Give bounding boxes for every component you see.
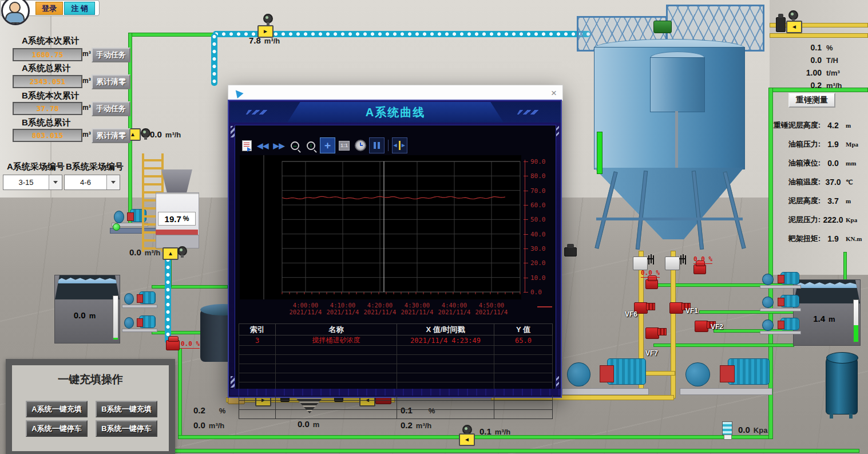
control-valve-vf2-icon[interactable] (695, 321, 708, 332)
stat-label: B系统总累计 (22, 117, 71, 128)
hh-unit: m (846, 198, 867, 204)
flow-value: 0.0 (298, 419, 310, 429)
y-tick (524, 263, 528, 263)
table-row[interactable]: 3 搅拌桶进砂浓度 2021/11/4 4:23:49 65.0 (239, 335, 553, 346)
flow-unit: m (313, 420, 320, 429)
table-row-empty[interactable] (239, 346, 553, 355)
flow-value: 0.0 (193, 420, 205, 430)
manual-valve-icon[interactable] (665, 256, 680, 270)
mixer-out-flow-readout: 0.0 m³/h (129, 247, 160, 257)
water-surface (58, 277, 117, 284)
y-tick-label: 60.0 (530, 202, 546, 209)
cell-empty (276, 346, 397, 355)
scroll-forward-button[interactable]: ▶▶ (272, 138, 286, 153)
zoom-x-button[interactable]: ↔ (288, 138, 302, 153)
pipe-green (128, 33, 216, 37)
y-tick-label: 90.0 (530, 158, 546, 165)
scada-main-screen: 19.7 % 0.0 m 1.4 m ► ▲ (0, 0, 868, 454)
table-row-empty[interactable] (239, 364, 553, 373)
control-valve-vf7-icon[interactable] (645, 327, 659, 339)
red-valve-icon[interactable] (166, 340, 180, 350)
site-b-select[interactable]: 4-6 (64, 175, 120, 190)
hh-unit: m (846, 122, 867, 129)
manual-task-button-b[interactable]: 手动任务 (92, 101, 130, 116)
cell-name: 搅拌桶进砂浓度 (276, 335, 397, 346)
manual-valve-icon[interactable] (633, 256, 648, 270)
cell-index: 3 (239, 335, 276, 346)
flow-sensor-icon[interactable]: ◄ (786, 21, 802, 33)
reset-total-button-a[interactable]: 累计清零 (92, 74, 130, 89)
bl-flow-readout: 0.0 m³/h (193, 420, 224, 430)
red-valve-icon[interactable] (645, 279, 658, 289)
chevron-down-icon[interactable] (49, 175, 62, 190)
logout-button[interactable]: 注 销 (64, 2, 95, 15)
y-axis: 90.080.070.060.050.040.030.020.010.00.0 (524, 155, 554, 305)
b-one-key-stop-button[interactable]: B系统一键停车 (96, 420, 157, 437)
scroll-back-button[interactable]: ◀◀ (256, 138, 270, 153)
cursor-tool-button[interactable] (392, 137, 407, 153)
close-icon[interactable]: × (551, 88, 557, 98)
bottom-decor-strip (230, 389, 561, 396)
y-tick-label: 10.0 (530, 274, 546, 282)
login-button[interactable]: 登录 (35, 2, 63, 15)
b-one-key-fill-button[interactable]: B系统一键充填 (96, 401, 157, 417)
pressure-readout: 0.0 Kpa (738, 425, 767, 435)
table-row-empty[interactable] (239, 355, 553, 364)
return-pump-3[interactable] (760, 316, 800, 334)
density-sensor-icon[interactable] (776, 17, 786, 32)
return-pump-2[interactable] (760, 293, 800, 311)
export-report-button[interactable] (240, 138, 254, 153)
hh-value: 222.0 (821, 215, 846, 224)
y-tick-label: 0.0 (530, 289, 542, 296)
valve-open-pct: 0.0 % (641, 269, 660, 278)
flow-sensor-icon[interactable]: ▲ (162, 247, 179, 260)
table-row-empty[interactable] (239, 410, 553, 419)
hh-unit: mm (846, 160, 867, 167)
table-row-empty[interactable] (239, 401, 553, 410)
return-pump-1[interactable] (760, 270, 800, 289)
trend-plot[interactable] (240, 155, 521, 299)
tr-unit: m³/h (826, 81, 842, 90)
pressure-sensor-icon[interactable] (722, 421, 732, 435)
flow-sensor-icon[interactable]: ◄ (459, 433, 475, 446)
stat-value-box: 37.78 (13, 102, 82, 115)
hh-row: 重锤泥层高度: 4.2 m (766, 120, 867, 131)
x-tick-label: 4:10:002021/11/4 (322, 302, 363, 315)
chevron-down-icon[interactable] (106, 175, 120, 190)
zoom-y-button[interactable]: ↕ (304, 138, 318, 153)
reset-total-button-b[interactable]: 累计清零 (92, 128, 130, 143)
pause-button[interactable] (369, 137, 385, 153)
underflow-pump-b[interactable] (680, 355, 771, 395)
time-range-button[interactable] (353, 138, 367, 153)
cell-empty (239, 373, 276, 382)
valve-tag-vf6: VF6 (625, 310, 637, 318)
heavy-hammer-title[interactable]: 重锤测量 (788, 93, 835, 108)
sump-pump-2[interactable] (122, 314, 156, 332)
a-one-key-stop-button[interactable]: A系统一键停车 (26, 420, 88, 437)
underflow-pump-a[interactable] (562, 355, 648, 395)
hh-row: 油箱压力: 1.9 Mpa (766, 139, 867, 149)
br-flow-readout: 0.2 m³/h (401, 420, 431, 430)
a-one-key-fill-button[interactable]: A系统一键充填 (26, 401, 88, 417)
control-valve-vf1-icon[interactable] (669, 302, 683, 314)
col-yvalue: Y 值 (494, 324, 553, 335)
hh-label: 耙架扭矩: (766, 234, 821, 244)
y-tick-label: 20.0 (530, 259, 546, 267)
popup-titlebar[interactable]: × (228, 85, 563, 101)
flow-unit: m³/h (416, 421, 431, 430)
motor-icon (564, 247, 577, 256)
y-tick-label: 50.0 (530, 216, 546, 223)
pan-button[interactable]: ✛ (320, 137, 335, 153)
site-a-select[interactable]: 3-15 (3, 175, 62, 190)
one-to-one-button[interactable]: 1:1 (337, 138, 351, 153)
flow-value: 7.8 (249, 35, 261, 45)
cell-empty (276, 410, 397, 419)
left-sump-level-value: 0.0 (74, 310, 86, 320)
site-a-value: 3-15 (3, 178, 49, 187)
x-tick-label: 4:00:002021/11/4 (285, 302, 326, 315)
sump-pump-1[interactable] (122, 290, 156, 308)
manual-task-button-a[interactable]: 手动任务 (92, 48, 130, 62)
red-valve-icon[interactable] (693, 264, 706, 274)
table-row-empty[interactable] (239, 373, 553, 382)
tr-readout: 0.2m³/h (795, 81, 842, 90)
